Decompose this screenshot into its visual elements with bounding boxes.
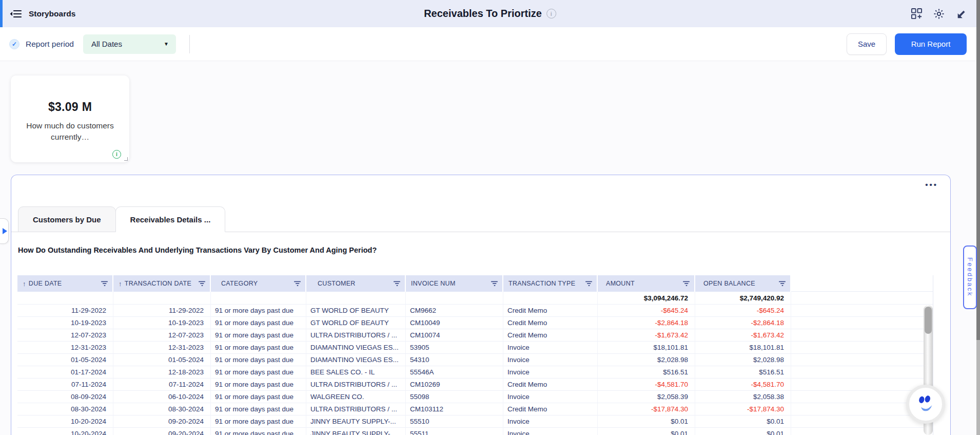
filter-icon[interactable] bbox=[294, 281, 301, 287]
cell-customer: BEE SALES CO. - IL bbox=[306, 366, 406, 379]
cell-invoice-num: 55098 bbox=[406, 391, 503, 403]
run-report-button[interactable]: Run Report bbox=[895, 33, 967, 55]
header-category[interactable]: CATEGORY bbox=[211, 275, 306, 292]
cell-transaction-date: 01-05-2024 bbox=[113, 354, 211, 366]
cell-amount: -$645.24 bbox=[598, 305, 695, 317]
cell-due-date: 07-11-2024 bbox=[17, 379, 113, 391]
sort-ascending-icon: ↑ bbox=[119, 280, 122, 288]
kpi-resize-handle[interactable] bbox=[124, 157, 128, 161]
cell-open-balance: $2,058.38 bbox=[695, 391, 791, 403]
cell-amount: -$4,581.70 bbox=[598, 379, 695, 391]
cell-transaction-type: Invoice bbox=[503, 415, 598, 428]
table-row[interactable]: 01-17-2024 12-18-2023 91 or more days pa… bbox=[17, 366, 933, 379]
cell-transaction-date: 09-20-2024 bbox=[113, 428, 211, 435]
report-question-heading: How Do Outstanding Receivables And Under… bbox=[18, 246, 377, 254]
cell-amount: -$1,673.42 bbox=[598, 329, 695, 342]
tab-customers-by-due[interactable]: Customers by Due bbox=[18, 206, 116, 232]
cell-open-balance: $2,028.98 bbox=[695, 354, 791, 366]
cell-invoice-num: CM10269 bbox=[406, 379, 503, 391]
settings-gear-icon[interactable] bbox=[933, 8, 945, 20]
save-button[interactable]: Save bbox=[847, 33, 887, 55]
kpi-question: How much do customers currently… bbox=[25, 120, 115, 143]
page-title: Receivables To Priortize bbox=[424, 8, 542, 20]
cell-transaction-type: Invoice bbox=[503, 391, 598, 403]
filter-icon[interactable] bbox=[585, 281, 593, 287]
assistant-logo-badge[interactable] bbox=[906, 385, 945, 424]
header-due-date[interactable]: ↑ DUE DATE bbox=[17, 275, 113, 292]
panel-menu-button[interactable]: ••• bbox=[925, 180, 938, 189]
cell-empty bbox=[791, 342, 933, 354]
kpi-info-icon[interactable]: i bbox=[112, 150, 121, 159]
cell-amount: $516.51 bbox=[598, 366, 695, 379]
toolbar-divider bbox=[189, 35, 190, 53]
filter-icon[interactable] bbox=[101, 281, 108, 287]
add-widget-grid-icon[interactable] bbox=[910, 8, 923, 20]
cell-empty bbox=[791, 428, 933, 435]
cell-open-balance: -$2,864.18 bbox=[695, 317, 791, 329]
cell-customer: JINNY BEAUTY SUPPLY-... bbox=[306, 415, 406, 428]
tab-receivables-details[interactable]: Receivables Details ... bbox=[115, 206, 226, 232]
cell-amount: $18,101.81 bbox=[598, 342, 695, 354]
cell-invoice-num: CM10074 bbox=[406, 329, 503, 342]
header-customer[interactable]: CUSTOMER bbox=[306, 275, 406, 292]
cell-open-balance: $516.51 bbox=[695, 366, 791, 379]
table-row[interactable]: 10-19-2023 10-19-2023 91 or more days pa… bbox=[17, 317, 933, 329]
report-period-dropdown[interactable]: All Dates ▼ bbox=[83, 34, 176, 54]
cell-customer: WALGREEN CO. bbox=[306, 391, 406, 403]
table-body: 11-29-2022 11-29-2022 91 or more days pa… bbox=[17, 305, 933, 435]
collapse-menu-icon[interactable] bbox=[8, 7, 23, 21]
table-totals-row: $3,094,246.72 $2,749,420.92 bbox=[17, 292, 933, 305]
table-row[interactable]: 11-29-2022 11-29-2022 91 or more days pa… bbox=[17, 305, 933, 317]
cell-open-balance: -$4,581.70 bbox=[695, 379, 791, 391]
cell-due-date: 10-19-2023 bbox=[17, 317, 113, 329]
cell-transaction-date: 08-30-2024 bbox=[113, 403, 211, 415]
cell-transaction-type: Credit Memo bbox=[503, 379, 598, 391]
cell-category: 91 or more days past due bbox=[211, 428, 306, 435]
quotes-smile-logo-icon bbox=[914, 392, 937, 416]
header-amount[interactable]: AMOUNT bbox=[598, 275, 695, 292]
feedback-tab[interactable]: Feedback bbox=[963, 245, 977, 309]
title-info-icon[interactable]: i bbox=[546, 9, 556, 18]
table-row[interactable]: 10-20-2024 09-20-2024 91 or more days pa… bbox=[17, 428, 933, 435]
kpi-card: $3.09 M How much do customers currently…… bbox=[11, 75, 129, 162]
cell-transaction-date: 07-11-2024 bbox=[113, 379, 211, 391]
filter-icon[interactable] bbox=[394, 281, 401, 287]
header-open-balance[interactable]: OPEN BALANCE bbox=[695, 275, 791, 292]
table-row[interactable]: 12-31-2023 12-31-2023 91 or more days pa… bbox=[17, 342, 933, 354]
table-row[interactable]: 12-07-2023 12-07-2023 91 or more days pa… bbox=[17, 329, 933, 342]
cell-due-date: 08-30-2024 bbox=[17, 403, 113, 415]
cell-transaction-type: Credit Memo bbox=[503, 317, 598, 329]
cell-due-date: 11-29-2022 bbox=[17, 305, 113, 317]
total-amount: $3,094,246.72 bbox=[598, 292, 695, 305]
filter-icon[interactable] bbox=[491, 281, 498, 287]
cell-open-balance: -$1,673.42 bbox=[695, 329, 791, 342]
sidebar-expand-tab[interactable] bbox=[0, 218, 9, 244]
header-transaction-type[interactable]: TRANSACTION TYPE bbox=[503, 275, 598, 292]
feedback-label: Feedback bbox=[966, 257, 974, 297]
browser-scrollbar-track[interactable] bbox=[976, 0, 980, 435]
table-scrollbar-thumb[interactable] bbox=[925, 307, 932, 334]
table-row[interactable]: 08-30-2024 08-30-2024 91 or more days pa… bbox=[17, 403, 933, 415]
left-accent-stripe bbox=[0, 0, 3, 27]
cell-customer: JINNY BEAUTY SUPPLY-... bbox=[306, 428, 406, 435]
table-row[interactable]: 07-11-2024 07-11-2024 91 or more days pa… bbox=[17, 379, 933, 391]
filter-icon[interactable] bbox=[683, 281, 690, 287]
table-row[interactable]: 08-09-2024 06-10-2024 91 or more days pa… bbox=[17, 391, 933, 403]
cell-transaction-date: 12-31-2023 bbox=[113, 342, 211, 354]
table-row[interactable]: 10-20-2024 09-20-2024 91 or more days pa… bbox=[17, 415, 933, 428]
cell-open-balance: $0.01 bbox=[695, 428, 791, 435]
cell-transaction-type: Credit Memo bbox=[503, 329, 598, 342]
cell-customer: ULTRA DISTRIBUTORS / ... bbox=[306, 379, 406, 391]
header-empty bbox=[791, 275, 933, 292]
header-invoice-num[interactable]: INVOICE NUM bbox=[406, 275, 503, 292]
browser-scrollbar-thumb[interactable] bbox=[976, 0, 980, 340]
filter-icon[interactable] bbox=[199, 281, 206, 287]
cell-transaction-date: 10-19-2023 bbox=[113, 317, 211, 329]
table-row[interactable]: 01-05-2024 01-05-2024 91 or more days pa… bbox=[17, 354, 933, 366]
cell-customer: DIAMANTINO VIEGAS ES... bbox=[306, 354, 406, 366]
report-period-checkbox[interactable]: ✓ bbox=[9, 39, 19, 49]
cell-invoice-num: 55510 bbox=[406, 415, 503, 428]
fullscreen-expand-icon[interactable] bbox=[955, 8, 968, 20]
filter-icon[interactable] bbox=[779, 281, 786, 287]
header-transaction-date[interactable]: ↑ TRANSACTION DATE bbox=[113, 275, 211, 292]
